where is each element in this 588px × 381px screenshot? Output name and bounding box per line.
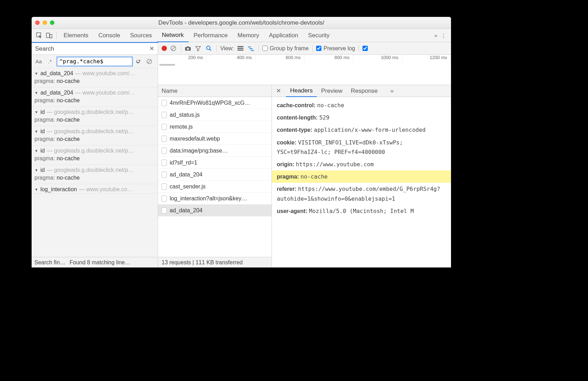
search-panel-header: Search ✕ xyxy=(32,42,158,55)
caret-down-icon: ▼ xyxy=(34,168,38,172)
search-result[interactable]: ▼ad_data_204 — www.youtube.com/…pragma: … xyxy=(32,88,158,107)
refresh-search-icon[interactable] xyxy=(135,59,144,64)
header-row[interactable]: pragma: no-cache xyxy=(272,170,451,183)
record-button[interactable] xyxy=(162,46,167,51)
search-result[interactable]: ▼ad_data_204 — www.youtube.com/…pragma: … xyxy=(32,68,158,88)
more-detail-tabs-icon[interactable]: » xyxy=(390,88,393,95)
header-row[interactable]: cookie: VISITOR_INFO1_LIVE=dDk0-xTswPs; … xyxy=(272,136,451,158)
close-window-button[interactable] xyxy=(35,20,40,25)
filter-icon[interactable] xyxy=(195,46,202,51)
file-icon xyxy=(162,207,167,214)
group-by-frame-checkbox[interactable]: Group by frame xyxy=(262,45,309,52)
request-row[interactable]: ad_data_204 xyxy=(158,205,272,217)
caret-down-icon: ▼ xyxy=(34,129,38,134)
zoom-window-button[interactable] xyxy=(50,20,54,25)
request-row[interactable]: ad_status.js xyxy=(158,109,272,121)
requests-summary: 13 requests | 111 KB transferred xyxy=(158,257,272,267)
svg-rect-12 xyxy=(237,46,243,47)
search-result[interactable]: ▼id — googleads.g.doubleclick.net/p…prag… xyxy=(32,146,158,165)
request-row[interactable]: ad_data_204 xyxy=(158,169,272,181)
caret-down-icon: ▼ xyxy=(34,187,38,192)
file-icon xyxy=(162,100,167,106)
search-status-right: Found 8 matching line… xyxy=(70,259,130,266)
panel-tabs: ElementsConsoleSourcesNetworkPerformance… xyxy=(32,29,451,42)
device-toggle-icon[interactable] xyxy=(44,32,54,39)
header-row[interactable]: content-length: 529 xyxy=(272,111,451,124)
request-row[interactable]: data:image/png;base… xyxy=(158,145,272,157)
header-row[interactable]: cache-control: no-cache xyxy=(272,99,451,111)
svg-rect-14 xyxy=(237,50,243,51)
detail-tab-headers[interactable]: Headers xyxy=(286,85,317,97)
search-icon[interactable] xyxy=(206,45,213,51)
search-panel: Search ✕ Aa .* ▼ad_data_204 — www.youtub… xyxy=(32,42,158,267)
request-row[interactable]: log_interaction?alt=json&key… xyxy=(158,193,272,205)
tab-sources[interactable]: Sources xyxy=(125,29,157,42)
search-result[interactable]: ▼log_interaction — www.youtube.co… xyxy=(32,184,158,194)
request-row[interactable]: id?slf_rd=1 xyxy=(158,157,272,169)
svg-rect-8 xyxy=(187,46,189,47)
timeline-overview[interactable]: 200 ms400 ms600 ms800 ms1000 ms1200 ms xyxy=(158,55,451,85)
caret-down-icon: ▼ xyxy=(34,71,38,76)
svg-rect-15 xyxy=(248,46,251,47)
request-row[interactable]: 4mrRnEPnWo81qWPG8_xcG… xyxy=(158,97,272,109)
svg-rect-1 xyxy=(46,33,50,38)
titlebar: DevTools - developers.google.com/web/too… xyxy=(32,17,451,29)
search-input[interactable] xyxy=(57,57,132,66)
clear-icon[interactable] xyxy=(170,45,177,51)
file-icon xyxy=(162,124,167,130)
large-rows-icon[interactable] xyxy=(237,46,244,51)
detail-tab-preview[interactable]: Preview xyxy=(317,85,346,97)
search-result[interactable]: ▼id — googleads.g.doubleclick.net/p…prag… xyxy=(32,107,158,126)
file-icon xyxy=(162,160,167,166)
close-detail-icon[interactable]: ✕ xyxy=(273,87,284,95)
match-case-toggle[interactable]: Aa xyxy=(34,58,43,64)
tab-application[interactable]: Application xyxy=(264,29,303,42)
tab-memory[interactable]: Memory xyxy=(233,29,264,42)
header-row[interactable]: user-agent: Mozilla/5.0 (Macintosh; Inte… xyxy=(272,205,451,217)
preserve-log-checkbox[interactable]: Preserve log xyxy=(316,45,355,52)
tab-network[interactable]: Network xyxy=(157,29,189,42)
file-icon xyxy=(162,136,167,142)
waterfall-icon[interactable] xyxy=(248,46,255,51)
request-row[interactable]: cast_sender.js xyxy=(158,181,272,193)
header-row[interactable]: referer: https://www.youtube.com/embed/G… xyxy=(272,183,451,205)
header-row[interactable]: origin: https://www.youtube.com xyxy=(272,158,451,170)
caret-down-icon: ▼ xyxy=(34,110,38,114)
disable-cache-checkbox[interactable] xyxy=(362,46,369,51)
inspect-icon[interactable] xyxy=(34,32,44,39)
svg-point-10 xyxy=(207,46,210,50)
kebab-menu-icon[interactable]: ⋮ xyxy=(441,32,446,39)
file-icon xyxy=(162,172,167,178)
tab-elements[interactable]: Elements xyxy=(59,29,93,42)
tab-performance[interactable]: Performance xyxy=(189,29,233,42)
close-search-icon[interactable]: ✕ xyxy=(149,45,154,52)
regex-toggle[interactable]: .* xyxy=(46,58,54,64)
svg-line-11 xyxy=(210,49,211,51)
name-column-header[interactable]: Name xyxy=(158,85,272,97)
search-status-left: Search fin… xyxy=(34,259,65,266)
search-result[interactable]: ▼id — googleads.g.doubleclick.net/p…prag… xyxy=(32,165,158,184)
detail-tab-response[interactable]: Response xyxy=(347,85,382,97)
file-icon xyxy=(162,195,167,202)
tab-console[interactable]: Console xyxy=(93,29,125,42)
file-icon xyxy=(162,183,167,190)
screenshot-icon[interactable] xyxy=(185,46,192,51)
svg-rect-16 xyxy=(249,48,253,49)
tab-security[interactable]: Security xyxy=(303,29,334,42)
network-toolbar: View: Group by frame Preserve log xyxy=(158,42,451,55)
caret-down-icon: ▼ xyxy=(34,149,38,153)
clear-search-icon[interactable] xyxy=(146,59,155,64)
file-icon xyxy=(162,112,167,118)
request-row[interactable]: remote.js xyxy=(158,121,272,133)
search-result[interactable]: ▼id — googleads.g.doubleclick.net/p…prag… xyxy=(32,126,158,146)
more-tabs-icon[interactable]: » xyxy=(435,32,437,38)
svg-line-4 xyxy=(148,60,151,63)
svg-rect-2 xyxy=(50,34,52,38)
file-icon xyxy=(162,148,167,154)
svg-line-6 xyxy=(172,47,175,50)
request-row[interactable]: maxresdefault.webp xyxy=(158,133,272,145)
minimize-window-button[interactable] xyxy=(43,20,47,25)
header-row[interactable]: content-type: application/x-www-form-url… xyxy=(272,124,451,136)
window-controls xyxy=(35,20,54,25)
caret-down-icon: ▼ xyxy=(34,91,38,95)
